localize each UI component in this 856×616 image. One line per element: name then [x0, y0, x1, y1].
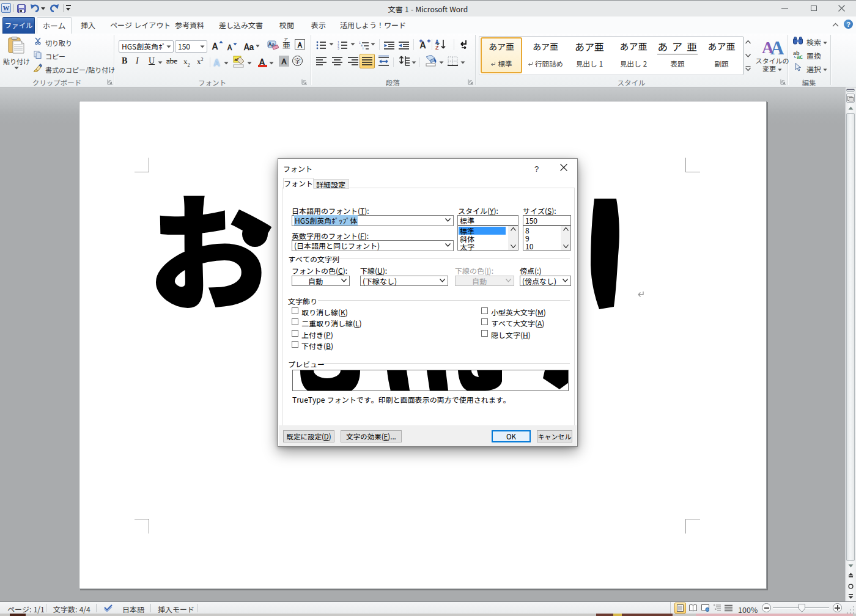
svg-text:3: 3	[338, 46, 339, 50]
svg-text:Z: Z	[435, 43, 439, 51]
svg-text:i: i	[363, 46, 363, 50]
svg-text:A: A	[770, 37, 784, 56]
svg-text:ac: ac	[797, 53, 803, 59]
